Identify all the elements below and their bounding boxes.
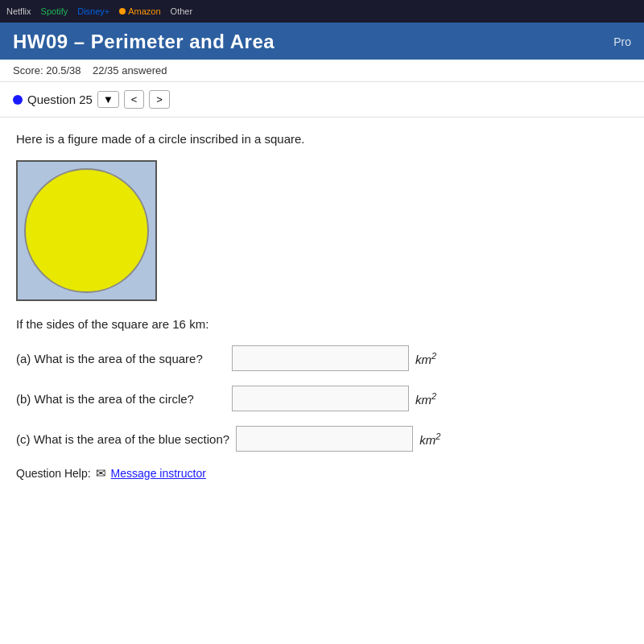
answer-row-b: (b) What is the area of the circle? km2: [16, 386, 628, 411]
input-b[interactable]: [232, 386, 409, 411]
score-bar: Score: 20.5/38 22/35 answered: [0, 60, 644, 82]
envelope-icon: ✉: [96, 466, 106, 481]
problem-description: Here is a figure made of a circle inscri…: [16, 132, 628, 146]
label-a: (a) What is the area of the square?: [16, 352, 225, 365]
input-c[interactable]: [236, 426, 413, 452]
page-title: HW09 – Perimeter and Area: [13, 31, 275, 53]
message-instructor-link[interactable]: Message instructor: [111, 467, 206, 480]
tab-bar: Netflix Spotify Disney+ Amazon Other: [0, 0, 644, 23]
help-label: Question Help:: [16, 467, 91, 480]
answer-row-c: (c) What is the area of the blue section…: [16, 426, 628, 452]
label-c: (c) What is the area of the blue section…: [16, 432, 229, 446]
tab-disney[interactable]: Disney+: [77, 6, 109, 16]
answered-count: 22/35 answered: [93, 64, 167, 76]
unit-c: km2: [419, 431, 440, 447]
input-a[interactable]: [232, 345, 409, 371]
next-question-button[interactable]: >: [149, 90, 170, 109]
score-value: Score: 20.5/38: [13, 64, 81, 76]
prev-question-button[interactable]: <: [124, 90, 145, 109]
pro-badge: Pro: [613, 35, 631, 48]
tab-amazon[interactable]: Amazon: [119, 6, 160, 16]
question-dot: [13, 95, 23, 105]
sides-text: If the sides of the square are 16 km:: [16, 317, 628, 331]
page-header: HW09 – Perimeter and Area Pro: [0, 23, 644, 60]
question-dropdown[interactable]: ▼: [97, 91, 119, 108]
tab-other[interactable]: Other: [171, 6, 193, 16]
label-b: (b) What is the area of the circle?: [16, 392, 225, 406]
tab-netflix[interactable]: Netflix: [6, 6, 31, 16]
question-help: Question Help: ✉ Message instructor: [16, 466, 628, 481]
answer-row-a: (a) What is the area of the square? km2: [16, 345, 628, 371]
main-content: Here is a figure made of a circle inscri…: [0, 118, 644, 495]
figure-container: [16, 160, 628, 301]
unit-a: km2: [415, 351, 436, 366]
figure-box: [16, 160, 157, 301]
question-nav: Question 25 ▼ < >: [0, 82, 644, 118]
inscribed-circle: [24, 168, 149, 293]
unit-b: km2: [415, 391, 436, 407]
question-label: Question 25: [27, 93, 93, 106]
tab-spotify[interactable]: Spotify: [41, 6, 68, 16]
amazon-dot: [119, 8, 126, 14]
